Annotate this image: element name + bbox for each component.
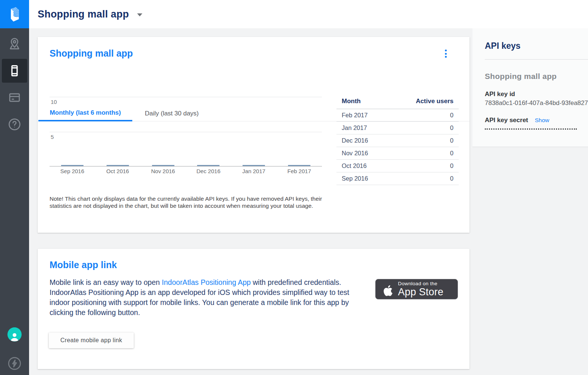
paragraph-text: Mobile link is an easy way to open (50, 278, 162, 286)
positioning-app-link[interactable]: IndoorAtlas Positioning App (162, 278, 251, 286)
sidebar-item-help[interactable] (0, 111, 29, 138)
cell-month: Oct 2016 (336, 160, 388, 172)
sidebar (0, 0, 29, 375)
api-keys-panel: API keys Shopping mall app API key id 78… (472, 28, 588, 147)
chart-bar (152, 165, 174, 166)
chart-columns (50, 94, 322, 166)
cell-active-users: 0 (388, 122, 459, 134)
chevron-down-icon (137, 13, 142, 16)
table-row: Feb 20170 (336, 109, 459, 122)
api-key-secret-masked (485, 128, 577, 130)
kebab-menu-icon[interactable] (442, 49, 449, 58)
table-row: Sep 20160 (336, 172, 459, 185)
help-icon (7, 117, 22, 132)
chart-bar (197, 165, 219, 166)
table-row: Oct 20160 (336, 160, 459, 172)
app-store-badge[interactable]: Download on the App Store (375, 279, 458, 299)
sidebar-item-maps[interactable] (0, 31, 29, 57)
active-users-table: Month Active users Feb 20170Jan 20170Dec… (336, 94, 459, 185)
indooratlas-logo-icon (6, 6, 23, 23)
chart-bar (243, 165, 265, 166)
chart-x-tick-label: Feb 2017 (276, 168, 322, 174)
chart-bar (61, 165, 83, 166)
table-row: Dec 20160 (336, 134, 459, 147)
indooratlas-logo[interactable] (0, 0, 29, 28)
show-secret-link[interactable]: Show (535, 117, 549, 124)
app-selector[interactable]: Shopping mall app (38, 9, 142, 20)
cell-month: Sep 2016 (336, 172, 388, 185)
cell-month: Jan 2017 (336, 122, 388, 134)
api-key-id-value: 7838a0c1-016f-407a-84bd-93fea827 (485, 99, 588, 107)
mobile-app-link-card: Mobile app link Mobile link is an easy w… (38, 249, 470, 369)
sidebar-item-billing[interactable] (0, 84, 29, 111)
cell-active-users: 0 (388, 109, 459, 122)
power-button[interactable] (0, 352, 29, 375)
chart-x-tick-label: Oct 2016 (95, 168, 140, 174)
api-key-id-label: API key id (485, 90, 588, 98)
chart-x-tick-label: Nov 2016 (140, 168, 186, 174)
cell-month: Nov 2016 (336, 147, 388, 160)
map-pin-icon (7, 36, 22, 51)
api-keys-title: API keys (485, 28, 588, 60)
chart-bar (288, 165, 310, 166)
chart-x-tick-label: Sep 2016 (50, 168, 95, 174)
overview-card-title: Shopping mall app (50, 48, 133, 59)
power-icon (7, 356, 22, 371)
badge-subtitle: Download on the (398, 281, 443, 286)
mobile-card-paragraph: Mobile link is an easy way to open Indoo… (50, 277, 367, 318)
active-users-table-body: Feb 20170Jan 20170Dec 20160Nov 20160Oct … (336, 109, 459, 185)
chart-plot: 510 (50, 94, 322, 166)
mobile-card-title: Mobile app link (50, 260, 117, 270)
api-key-secret-label: API key secret (485, 117, 528, 124)
sidebar-bottom (0, 327, 29, 375)
cell-active-users: 0 (388, 134, 459, 147)
cell-month: Dec 2016 (336, 134, 388, 147)
sidebar-nav (0, 31, 29, 138)
page-title: Shopping mall app (38, 9, 129, 20)
mobile-app-icon (7, 64, 22, 78)
chart-bar (107, 165, 129, 166)
table-header-active-users: Active users (388, 94, 459, 109)
user-avatar[interactable] (7, 327, 22, 341)
cell-active-users: 0 (388, 147, 459, 160)
top-header: Shopping mall app (29, 0, 588, 28)
api-app-name: Shopping mall app (485, 72, 588, 81)
cell-active-users: 0 (388, 160, 459, 172)
chart-x-tick-label: Jan 2017 (231, 168, 276, 174)
cell-month: Feb 2017 (336, 109, 388, 122)
badge-text: Download on the App Store (398, 281, 443, 298)
user-avatar-icon (9, 332, 20, 341)
cell-active-users: 0 (388, 172, 459, 185)
create-mobile-app-link-button[interactable]: Create mobile app link (49, 333, 134, 348)
badge-title: App Store (398, 287, 443, 297)
apple-logo-icon (381, 282, 394, 297)
table-row: Nov 20160 (336, 147, 459, 160)
chart-x-tick-label: Dec 2016 (186, 168, 231, 174)
chart-note: Note! This chart only displays data for … (50, 195, 325, 209)
table-row: Jan 20170 (336, 122, 459, 134)
sidebar-item-apps[interactable] (0, 57, 29, 84)
overview-card: Shopping mall app Monthly (last 6 months… (38, 37, 470, 233)
credit-card-icon (7, 90, 22, 105)
table-header-month: Month (336, 94, 388, 109)
chart-x-axis: Sep 2016Oct 2016Nov 2016Dec 2016Jan 2017… (50, 168, 322, 174)
